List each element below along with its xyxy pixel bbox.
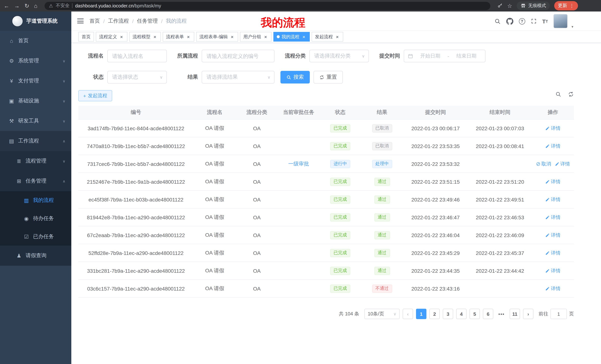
sidebar-item-system-management[interactable]: ⚙系统管理∨ (0, 51, 71, 71)
sidebar-item-process-management[interactable]: ≣流程管理∨ (0, 151, 71, 171)
breadcrumb-item[interactable]: 任务管理 (137, 18, 158, 24)
cell-category: OA (236, 173, 278, 190)
search-icon[interactable] (494, 18, 501, 24)
detail-action[interactable]: 详情 (555, 161, 570, 167)
tab-user-group[interactable]: 用户分组× (240, 32, 271, 42)
cell-submit-time: 2022-01-22 23:44:35 (403, 262, 468, 279)
close-icon[interactable]: × (186, 34, 191, 39)
menu-dots-icon[interactable]: ⋮ (570, 3, 574, 9)
tab-process-form-edit[interactable]: 流程表单-编辑× (196, 32, 238, 42)
page-size-select[interactable]: 10条/页∨ (364, 309, 400, 319)
cell-result: 不通过 (361, 280, 403, 297)
tab-process-form[interactable]: 流程表单× (163, 32, 194, 42)
close-icon[interactable]: × (263, 34, 268, 39)
process-name-input[interactable] (107, 50, 167, 62)
detail-action[interactable]: 详情 (545, 214, 561, 220)
sidebar-item-done-task[interactable]: ☑已办任务 (0, 228, 71, 246)
close-icon[interactable]: × (119, 34, 124, 39)
password-key-icon[interactable] (497, 3, 503, 9)
user-avatar[interactable] (553, 14, 568, 28)
result-select[interactable]: 请选择流结果 ∨ (202, 71, 274, 84)
page-content: 流程名 所属流程 流程分类 请选择流程分类 ∨ (71, 43, 601, 319)
fullscreen-icon[interactable] (531, 18, 537, 24)
refresh-icon[interactable] (568, 91, 574, 97)
cell-process-name: OA 请假 (193, 262, 236, 279)
detail-action[interactable]: 详情 (545, 285, 561, 292)
close-icon[interactable]: × (335, 34, 340, 39)
page-6-button[interactable]: 6 (483, 309, 493, 319)
start-process-button[interactable]: + 发起流程 (78, 90, 112, 101)
hamburger-icon[interactable] (77, 19, 84, 23)
detail-action[interactable]: 详情 (545, 143, 561, 149)
tab-process-model[interactable]: 流程模型× (129, 32, 161, 42)
home-icon: ⌂ (8, 38, 15, 44)
sidebar-item-dev-tools[interactable]: ⚒研发工具∨ (0, 111, 71, 131)
font-size-icon[interactable]: TT (542, 18, 548, 24)
sidebar-item-my-process[interactable]: ▥我的流程 (0, 191, 71, 209)
detail-action[interactable]: 详情 (545, 232, 561, 238)
tab-start-process[interactable]: 发起流程× (312, 32, 343, 42)
category-select[interactable]: 请选择流程分类 ∨ (310, 50, 369, 62)
close-icon[interactable]: × (301, 34, 306, 39)
status-badge: 已完成 (330, 142, 350, 150)
address-bar[interactable]: ⚠ 不安全 dashboard.yudao.iocoder.cn/bpm/tas… (44, 2, 490, 10)
forward-icon[interactable]: → (14, 3, 20, 9)
page-4-button[interactable]: 4 (456, 309, 467, 319)
reload-icon[interactable]: ↻ (25, 3, 29, 9)
close-icon[interactable]: × (152, 34, 158, 39)
edit-icon (545, 126, 550, 130)
detail-action[interactable]: 详情 (545, 196, 561, 203)
detail-action[interactable]: 详情 (545, 125, 561, 132)
page-3-button[interactable]: 3 (443, 309, 453, 319)
help-icon[interactable]: ? (519, 18, 525, 24)
bookmark-star-icon[interactable]: ☆ (507, 3, 512, 9)
cell-process-id: ec45f38f-7b9a-11ec-b03b-acde48001122 (78, 191, 193, 208)
page-5-button[interactable]: 5 (470, 309, 480, 319)
cell-process-name: OA 请假 (193, 244, 236, 262)
breadcrumb-item[interactable]: 工作流程 (108, 18, 129, 24)
page-2-button[interactable]: 2 (429, 309, 440, 319)
page-11-button[interactable]: 11 (510, 309, 520, 319)
goto-page-input[interactable] (551, 309, 567, 319)
submit-time-range-picker[interactable]: 开始日期 - 结束日期 (404, 50, 485, 62)
process-def-input[interactable] (202, 50, 274, 62)
tab-home[interactable]: 首页 (78, 32, 94, 42)
cell-submit-time: 2022-01-22 23:46:47 (403, 209, 468, 226)
cell-result: 已取消 (361, 137, 403, 155)
sidebar-item-home[interactable]: ⌂首页 (0, 31, 71, 51)
cancel-action[interactable]: 取消 (536, 161, 551, 167)
home-icon[interactable]: ⌂ (34, 3, 37, 9)
close-icon[interactable]: × (230, 34, 235, 39)
back-icon[interactable]: ← (4, 3, 9, 9)
github-icon[interactable] (506, 18, 513, 25)
detail-action[interactable]: 详情 (545, 178, 561, 185)
sidebar-item-infrastructure[interactable]: ▣基础设施∨ (0, 91, 71, 111)
page-1-button[interactable]: 1 (416, 309, 426, 319)
reset-button[interactable]: 重置 (313, 71, 343, 84)
result-badge: 已取消 (372, 124, 392, 132)
cell-actions: 详情 (532, 173, 574, 190)
chevron-down-icon[interactable]: ▼ (571, 25, 574, 29)
sidebar-item-leave-query[interactable]: ♟请假查询 (0, 246, 71, 266)
current-task-link[interactable]: 一级审批 (288, 161, 309, 167)
sidebar-item-todo-task[interactable]: ◉待办任务 (0, 209, 71, 228)
search-button[interactable]: 搜索 (280, 71, 310, 84)
browser-update-button[interactable]: 更新 ⋮ (554, 1, 578, 10)
more-pages-button[interactable]: ••• (496, 309, 507, 319)
detail-action[interactable]: 详情 (545, 249, 561, 256)
cell-category: OA (236, 209, 278, 226)
cell-status: 已完成 (320, 244, 361, 262)
sidebar-item-payment-management[interactable]: ¥支付管理∨ (0, 71, 71, 91)
tab-my-process[interactable]: 我的流程× (273, 32, 310, 42)
toggle-search-icon[interactable] (555, 91, 561, 97)
tab-process-definition[interactable]: 流程定义× (96, 32, 127, 42)
sidebar-item-workflow[interactable]: ▤工作流程∧ (0, 131, 71, 151)
sidebar-item-task-management[interactable]: ⊞任务管理∧ (0, 171, 71, 191)
next-page-button[interactable]: › (523, 309, 533, 319)
cell-status: 已完成 (320, 280, 361, 297)
detail-action[interactable]: 详情 (545, 267, 561, 274)
prev-page-button[interactable]: ‹ (403, 309, 413, 319)
incognito-icon (521, 3, 526, 9)
status-select[interactable]: 请选择状态 ∨ (107, 71, 167, 84)
breadcrumb-item[interactable]: 首页 (90, 18, 100, 24)
